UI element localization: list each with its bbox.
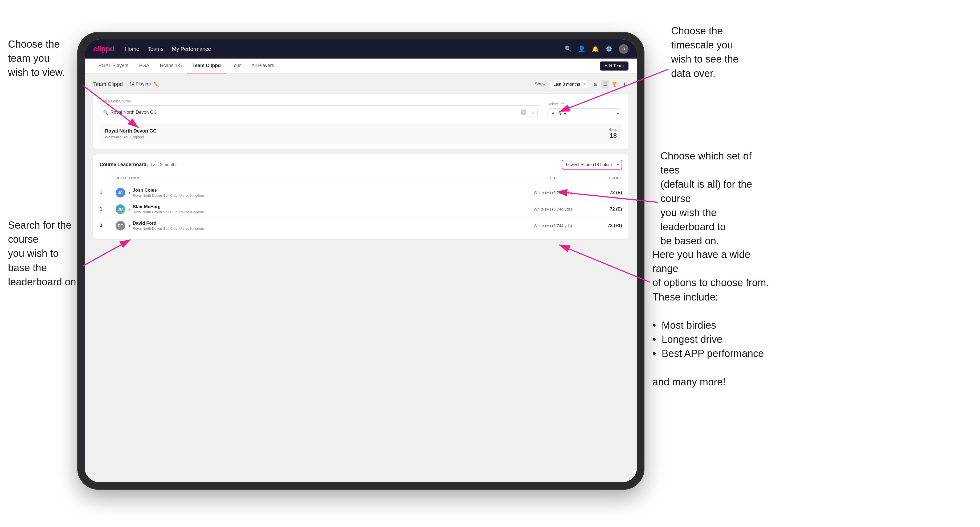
player-score-2: 72 (E) (590, 206, 622, 212)
heart-icon-2[interactable]: ♥ (128, 207, 130, 211)
leaderboard-header: Course Leaderboard, Last 3 months Lowest… (100, 160, 622, 170)
people-icon[interactable]: 👤 (578, 46, 585, 52)
player-count-separator: | (126, 81, 127, 87)
player-club-2: Royal North Devon Golf Club, United King… (133, 210, 204, 214)
nav-links: Home Teams My Performance (125, 45, 565, 53)
course-name: Royal North Devon GC (105, 128, 157, 134)
score-type-select[interactable]: Lowest Score (18 holes) (562, 160, 622, 169)
sub-tab-team-clippd[interactable]: Team Clippd (187, 59, 226, 73)
course-search-input[interactable] (110, 110, 519, 115)
annotation-top-left: Choose the team youwish to view. (8, 37, 77, 80)
player-score-1: 72 (E) (590, 190, 622, 195)
nav-teams[interactable]: Teams (148, 45, 164, 53)
team-name: Team Clippd (93, 81, 123, 87)
bell-icon[interactable]: 🔔 (592, 46, 599, 52)
course-location: Westward Ho!, England (105, 135, 157, 139)
player-score-3: 73 (+1) (590, 223, 622, 229)
tee-select-wrapper: All Tees (547, 108, 622, 119)
player-details-2: Blair McHarg Royal North Devon Golf Club… (133, 204, 204, 214)
timescale-select-wrapper: Last 3 months (550, 80, 588, 88)
nav-home[interactable]: Home (125, 45, 139, 53)
sub-tab-tour[interactable]: Tour (226, 59, 246, 73)
grid-view-icon[interactable]: ⊞ (591, 80, 600, 88)
player-info-2: BM ♥ Blair McHarg Royal North Devon Golf… (116, 204, 515, 214)
edit-team-icon[interactable]: ✏️ (153, 82, 159, 87)
table-row[interactable]: 1 BM ♥ Blair McHarg Royal North Devon Go… (100, 201, 622, 217)
player-rank-2: 1 (100, 206, 116, 212)
player-club-1: Royal North Devon Golf Club, United King… (133, 194, 204, 197)
sub-nav-tabs: PGAT Players PGA Hcaps 1-5 Team Clippd T… (93, 59, 600, 73)
view-icons: ⊞ ☰ 🏆 ⬇ (591, 80, 628, 88)
sub-tab-all-players[interactable]: All Players (246, 59, 279, 73)
player-name-1: Josh Coles (133, 187, 204, 193)
player-avatar-2: BM (116, 205, 125, 214)
player-name-2: Blair McHarg (133, 204, 204, 210)
sub-tab-pga[interactable]: PGA (134, 59, 154, 73)
nav-my-performance[interactable]: My Performance (172, 45, 211, 53)
table-header: PLAYER NAME TEE SCORE (100, 174, 622, 182)
player-details-3: David Ford Royal North Devon Golf Club, … (133, 221, 204, 230)
timescale-select[interactable]: Last 3 months (550, 80, 588, 88)
player-tee-2: White (M) (6,744 yds) (515, 207, 590, 211)
tablet-frame: clippd Home Teams My Performance 🔍 👤 🔔 ⚙… (77, 32, 644, 490)
team-header: Team Clippd | 14 Players ✏️ Show: Last 3… (93, 80, 628, 88)
course-result[interactable]: Royal North Devon GC Westward Ho!, Engla… (100, 124, 622, 144)
user-avatar[interactable]: U (619, 44, 628, 54)
player-avatar-3: DF (116, 221, 125, 230)
course-search-wrapper: 🔍 ✕ ☆ (100, 105, 541, 119)
annotation-middle-right: Choose which set of tees(default is all)… (660, 149, 762, 248)
nav-icons: 🔍 👤 🔔 ⚙️ U (565, 44, 628, 54)
find-course-label: Find a Golf Course (100, 99, 541, 103)
app-logo: clippd (93, 45, 114, 53)
player-info-1: JC ♥ Josh Coles Royal North Devon Golf C… (116, 187, 515, 197)
holes-number: 18 (609, 132, 617, 140)
favorite-button[interactable]: ☆ (529, 108, 538, 117)
show-label: Show: (535, 82, 547, 86)
trophy-icon[interactable]: 🏆 (610, 80, 619, 88)
player-avatar-1: JC (116, 188, 125, 197)
sub-tab-pgat[interactable]: PGAT Players (93, 59, 134, 73)
player-name-3: David Ford (133, 221, 204, 226)
leaderboard-title: Course Leaderboard, Last 3 months (100, 162, 178, 167)
search-input-icon: 🔍 (103, 110, 108, 115)
score-type-select-wrapper: Lowest Score (18 holes) (562, 160, 622, 170)
col-header-player: PLAYER NAME (116, 176, 515, 180)
annotation-bottom-right: Here you have a wide rangeof options to … (652, 248, 770, 389)
tee-select-group: Select Tee All Tees (547, 102, 622, 119)
download-icon[interactable]: ⬇ (620, 80, 628, 88)
table-row[interactable]: 3 DF ♥ David Ford Royal North Devon Golf… (100, 217, 622, 234)
player-tee-3: White (M) (6,744 yds) (515, 223, 590, 228)
add-team-button[interactable]: Add Team (600, 62, 628, 71)
main-content: Team Clippd | 14 Players ✏️ Show: Last 3… (85, 73, 637, 482)
col-header-tee: TEE (515, 176, 590, 180)
holes-badge: Holes 18 (609, 128, 617, 140)
player-rank-1: 1 (100, 190, 116, 195)
list-view-icon[interactable]: ☰ (601, 80, 609, 88)
holes-label: Holes (609, 128, 617, 132)
search-card: Find a Golf Course 🔍 ✕ ☆ Select Tee Al (93, 94, 628, 149)
team-title-section: Team Clippd | 14 Players ✏️ (93, 81, 159, 87)
heart-icon-3[interactable]: ♥ (128, 224, 130, 228)
annotation-top-right: Choose the timescale youwish to see the … (671, 24, 756, 81)
leaderboard-card: Course Leaderboard, Last 3 months Lowest… (93, 154, 628, 239)
sub-nav: PGAT Players PGA Hcaps 1-5 Team Clippd T… (85, 59, 637, 73)
table-row[interactable]: 1 JC ♥ Josh Coles Royal North Devon Golf… (100, 184, 622, 201)
course-search-group: Find a Golf Course 🔍 ✕ ☆ (100, 99, 541, 119)
heart-icon-1[interactable]: ♥ (128, 190, 130, 195)
player-tee-1: White (M) (6,744 yds) (515, 190, 590, 195)
col-header-score: SCORE (590, 176, 622, 180)
leaderboard-table: PLAYER NAME TEE SCORE 1 JC ♥ Josh Coles … (100, 174, 622, 234)
clear-search-button[interactable]: ✕ (520, 110, 527, 115)
tee-label: Select Tee (547, 102, 622, 106)
player-rank-3: 3 (100, 223, 116, 229)
tee-select[interactable]: All Tees (547, 108, 622, 119)
search-icon[interactable]: 🔍 (565, 46, 572, 52)
player-info-3: DF ♥ David Ford Royal North Devon Golf C… (116, 221, 515, 230)
player-club-3: Royal North Devon Golf Club, United King… (133, 227, 204, 230)
course-result-info: Royal North Devon GC Westward Ho!, Engla… (105, 128, 157, 139)
team-controls: Show: Last 3 months ⊞ ☰ 🏆 ⬇ (535, 80, 628, 88)
sub-tab-hcaps[interactable]: Hcaps 1-5 (154, 59, 187, 73)
tablet-screen: clippd Home Teams My Performance 🔍 👤 🔔 ⚙… (85, 40, 637, 482)
leaderboard-subtitle: Last 3 months (151, 162, 178, 167)
settings-icon[interactable]: ⚙️ (605, 46, 612, 52)
